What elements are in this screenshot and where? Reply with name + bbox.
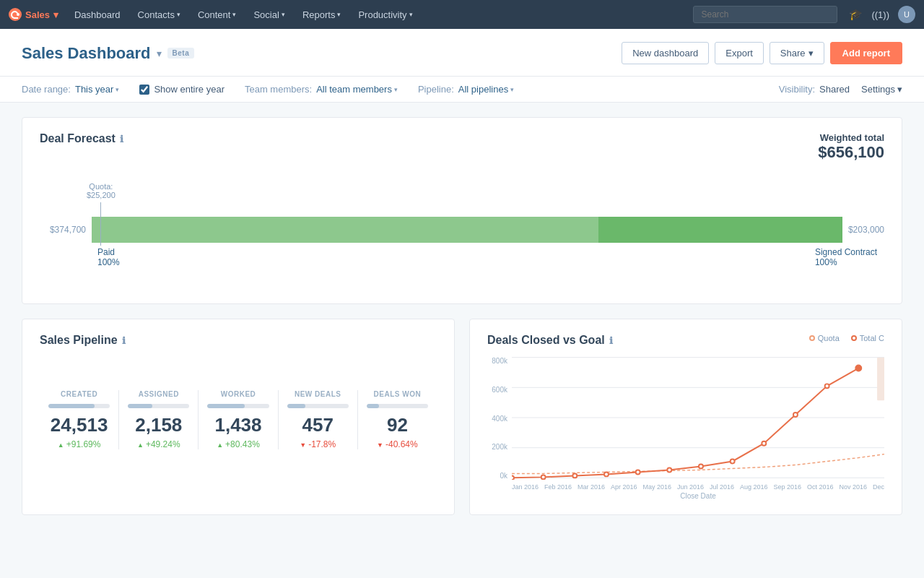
new-dashboard-button[interactable]: New dashboard xyxy=(622,42,709,64)
svg-point-11 xyxy=(636,470,640,474)
date-range-filter: Date range: This year ▾ xyxy=(22,84,119,95)
line-chart-area: Jan 2016 Feb 2016 Mar 2016 Apr 2016 May … xyxy=(512,357,884,500)
svg-point-13 xyxy=(699,465,703,469)
forecast-chart: Quota: $25,200 $374,700 $203,000 Paid 10… xyxy=(40,168,884,289)
svg-point-7 xyxy=(512,475,514,480)
top-navigation: Sales ▾ Dashboard Contacts ▾ Content ▾ S… xyxy=(0,0,924,29)
sales-pipeline-title: Sales Pipeline ℹ xyxy=(40,334,437,347)
metric-col-deals-won: DEALS WON 92 -40.64% xyxy=(358,390,437,449)
show-entire-year-checkbox[interactable] xyxy=(139,85,149,95)
svg-point-0 xyxy=(9,8,22,21)
svg-point-17 xyxy=(825,384,829,388)
header-actions: New dashboard Export Share ▾ Add report xyxy=(622,42,902,64)
svg-point-16 xyxy=(793,413,798,417)
y-axis-labels: 800k 600k 400k 200k 0k xyxy=(487,357,507,494)
search-input[interactable] xyxy=(693,6,837,23)
page-title: Sales Dashboard xyxy=(22,44,151,63)
bottom-row: Sales Pipeline ℹ CREATED 24,513 +91.69% … xyxy=(22,319,902,515)
metric-bar-mini xyxy=(48,404,110,408)
svg-point-12 xyxy=(667,467,671,472)
svg-rect-19 xyxy=(877,358,884,401)
bar-mid-value: $203,000 xyxy=(842,225,884,235)
metric-bar-mini xyxy=(367,404,428,408)
signed-sublabel: Signed Contract 100% xyxy=(815,247,877,267)
deal-forecast-info-icon[interactable]: ℹ xyxy=(120,134,123,144)
svg-point-15 xyxy=(762,441,766,446)
bar-left-value: $374,700 xyxy=(40,225,92,235)
deal-forecast-title: Deal Forecast ℹ xyxy=(40,132,123,145)
page-header: Sales Dashboard ▾ Beta New dashboard Exp… xyxy=(0,29,924,77)
title-dropdown-button[interactable]: ▾ xyxy=(157,48,162,59)
filters-bar: Date range: This year ▾ Show entire year… xyxy=(0,77,924,103)
deals-closed-card: Deals Closed vs Goal ℹ Quota Total C xyxy=(469,319,902,515)
visibility-group: Visibility: Shared xyxy=(779,84,850,95)
sales-pipeline-card: Sales Pipeline ℹ CREATED 24,513 +91.69% … xyxy=(22,319,455,515)
metric-col-new-deals: NEW DEALS 457 -17.8% xyxy=(279,390,358,449)
metric-bar-mini xyxy=(287,404,349,408)
x-axis-title: Close Date xyxy=(512,492,884,500)
deals-closed-info-icon[interactable]: ℹ xyxy=(609,335,613,346)
bar-paid xyxy=(92,217,598,243)
pipeline-filter: Pipeline: All pipelines ▾ xyxy=(418,84,514,95)
date-range-dropdown[interactable]: This year ▾ xyxy=(75,84,119,95)
nav-content[interactable]: Content ▾ xyxy=(191,0,244,29)
chart-legend: Quota Total C xyxy=(809,334,884,342)
filters-right: Visibility: Shared Settings ▾ xyxy=(779,84,902,95)
metric-bar-mini xyxy=(207,404,269,408)
share-button[interactable]: Share ▾ xyxy=(770,42,824,64)
svg-point-8 xyxy=(541,475,546,479)
total-legend-dot xyxy=(851,335,857,341)
brand-logo[interactable]: Sales ▾ xyxy=(9,8,58,21)
x-axis-labels: Jan 2016 Feb 2016 Mar 2016 Apr 2016 May … xyxy=(512,483,884,491)
quota-legend-dot xyxy=(809,335,815,341)
notifications-icon[interactable]: ((1)) xyxy=(871,9,889,20)
svg-point-1 xyxy=(17,13,19,16)
bar-signed xyxy=(598,217,842,243)
metric-col-created: CREATED 24,513 +91.69% xyxy=(40,390,119,449)
title-area: Sales Dashboard ▾ Beta xyxy=(22,44,194,63)
nav-social[interactable]: Social ▾ xyxy=(246,0,292,29)
team-members-filter: Team members: All team members ▾ xyxy=(245,84,398,95)
sales-pipeline-info-icon[interactable]: ℹ xyxy=(122,335,126,346)
add-report-button[interactable]: Add report xyxy=(830,42,902,64)
svg-point-14 xyxy=(731,460,735,464)
beta-badge: Beta xyxy=(167,48,195,59)
settings-link[interactable]: Settings ▾ xyxy=(861,84,902,95)
svg-point-10 xyxy=(604,472,609,476)
team-members-dropdown[interactable]: All team members ▾ xyxy=(316,84,398,95)
graduation-icon[interactable]: 🎓 xyxy=(849,8,863,21)
deal-forecast-card: Deal Forecast ℹ Weighted total $656,100 … xyxy=(22,117,902,304)
nav-reports[interactable]: Reports ▾ xyxy=(295,0,349,29)
user-avatar[interactable]: U xyxy=(898,6,915,23)
nav-productivity[interactable]: Productivity ▾ xyxy=(351,0,419,29)
line-chart-wrapper: 800k 600k 400k 200k 0k xyxy=(487,357,884,500)
main-content: Deal Forecast ℹ Weighted total $656,100 … xyxy=(0,103,924,530)
weighted-total-area: Weighted total $656,100 xyxy=(818,132,884,162)
line-chart-svg xyxy=(512,357,884,480)
metric-col-worked: WORKED 1,438 +80.43% xyxy=(199,390,278,449)
nav-icons: 🎓 ((1)) U xyxy=(849,6,915,23)
pipeline-metrics: CREATED 24,513 +91.69% ASSIGNED 2,158 +4… xyxy=(40,390,437,449)
pipeline-dropdown[interactable]: All pipelines ▾ xyxy=(458,84,514,95)
brand-caret: ▾ xyxy=(53,9,58,20)
metric-col-assigned: ASSIGNED 2,158 +49.24% xyxy=(119,390,199,449)
svg-point-9 xyxy=(572,473,577,478)
show-entire-year-group: Show entire year xyxy=(139,84,225,95)
metric-bar-mini xyxy=(128,404,189,408)
nav-contacts[interactable]: Contacts ▾ xyxy=(131,0,188,29)
paid-sublabel: Paid 100% xyxy=(97,247,120,267)
deals-closed-title: Deals Closed vs Goal ℹ xyxy=(487,334,613,347)
brand-label: Sales xyxy=(25,9,50,20)
svg-point-18 xyxy=(855,366,861,371)
export-button[interactable]: Export xyxy=(715,42,764,64)
nav-dashboard[interactable]: Dashboard xyxy=(67,0,128,29)
